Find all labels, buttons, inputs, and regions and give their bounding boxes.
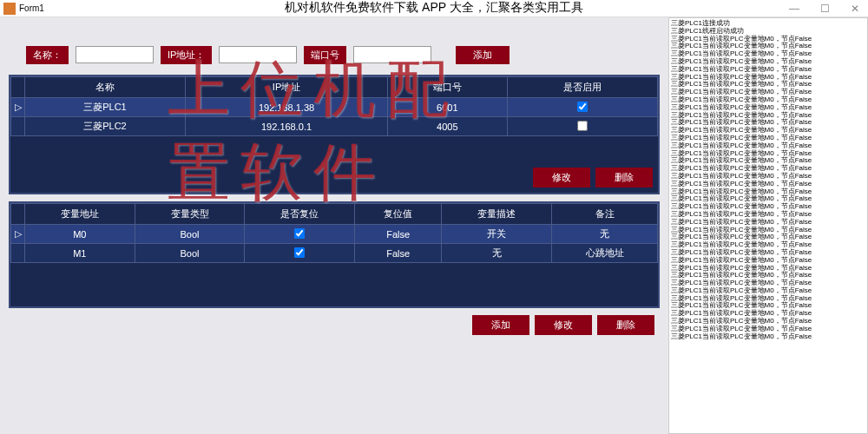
var-table-header: 变量地址 变量类型 是否复位 复位值 变量描述 备注 (11, 204, 658, 225)
window-title: Form1 (19, 3, 44, 13)
table-row[interactable]: 三菱PLC2 192.168.0.1 4005 (11, 117, 658, 136)
window-controls: — ☐ ✕ (784, 3, 865, 15)
delete-button[interactable]: 删除 (595, 168, 653, 187)
table-row[interactable]: M1 Bool False 无 心跳地址 (11, 244, 658, 263)
cell-desc: 无 (442, 244, 552, 263)
delete-button[interactable]: 删除 (597, 315, 654, 335)
cell-type: Bool (135, 225, 245, 244)
col-note: 备注 (552, 204, 658, 225)
modify-button[interactable]: 修改 (535, 315, 592, 335)
ip-label: IP地址： (161, 46, 212, 64)
cell-addr: M1 (25, 244, 135, 263)
cell-desc: 开关 (442, 225, 552, 244)
name-input[interactable] (76, 46, 154, 63)
plc-table-header: 名称 IP地址 端口号 是否启用 (11, 77, 658, 98)
col-name: 名称 (25, 77, 186, 98)
page-title: 机对机软件免费软件下载 APP 大全，汇聚各类实用工具 (285, 0, 583, 16)
port-input[interactable] (353, 46, 431, 63)
table-row[interactable]: ▷ M0 Bool False 开关 无 (11, 225, 658, 244)
col-ip: IP地址 (185, 77, 387, 98)
modify-button[interactable]: 修改 (533, 168, 590, 187)
cell-name: 三菱PLC2 (25, 117, 186, 136)
input-row: 名称： IP地址： 端口号 添加 (26, 43, 660, 66)
cell-port: 6001 (388, 98, 507, 117)
col-addr: 变量地址 (25, 204, 135, 225)
col-type: 变量类型 (135, 204, 245, 225)
cell-port: 4005 (388, 117, 507, 136)
table-row[interactable]: ▷ 三菱PLC1 192.168.1.38 6001 (11, 98, 658, 117)
close-button[interactable]: ✕ (845, 3, 865, 15)
plc-button-row: 修改 删除 (16, 168, 653, 187)
var-button-row: 添加 修改 删除 (14, 315, 654, 335)
minimize-button[interactable]: — (784, 3, 805, 15)
reset-checkbox[interactable] (294, 228, 305, 239)
app-icon (3, 3, 16, 15)
ip-input[interactable] (219, 46, 297, 63)
cell-note: 心跳地址 (552, 244, 658, 263)
plc-table-panel: 名称 IP地址 端口号 是否启用 ▷ 三菱PLC1 192.168.1.38 6… (9, 75, 660, 194)
col-desc: 变量描述 (442, 204, 552, 225)
cell-resetval: False (355, 244, 442, 263)
plc-table: 名称 IP地址 端口号 是否启用 ▷ 三菱PLC1 192.168.1.38 6… (10, 76, 658, 136)
col-enabled: 是否启用 (507, 77, 657, 98)
enabled-checkbox[interactable] (577, 121, 588, 131)
var-table-panel: 变量地址 变量类型 是否复位 复位值 变量描述 备注 ▷ M0 Bool Fal… (9, 201, 660, 308)
maximize-button[interactable]: ☐ (815, 3, 835, 15)
cell-ip: 192.168.1.38 (185, 98, 387, 117)
col-resetval: 复位值 (355, 204, 442, 225)
var-table: 变量地址 变量类型 是否复位 复位值 变量描述 备注 ▷ M0 Bool Fal… (10, 203, 658, 263)
col-reset: 是否复位 (245, 204, 355, 225)
port-label: 端口号 (304, 46, 346, 64)
cell-addr: M0 (25, 225, 135, 244)
cell-ip: 192.168.0.1 (185, 117, 387, 136)
cell-type: Bool (135, 244, 245, 263)
cell-note: 无 (552, 225, 658, 244)
reset-checkbox[interactable] (294, 247, 305, 258)
cell-name: 三菱PLC1 (25, 98, 186, 117)
cell-resetval: False (355, 225, 442, 244)
name-label: 名称： (26, 46, 69, 64)
add-button-top[interactable]: 添加 (456, 46, 510, 64)
add-button[interactable]: 添加 (472, 315, 529, 335)
log-panel[interactable]: 三菱PLC1连接成功三菱PLC1线程启动成功三菱PLC1当前读取PLC变量地M0… (668, 17, 868, 434)
main-panel: 上位机配置软件 名称： IP地址： 端口号 添加 名称 IP地址 端口号 是否启… (0, 17, 668, 434)
enabled-checkbox[interactable] (577, 102, 588, 112)
col-port: 端口号 (388, 77, 507, 98)
